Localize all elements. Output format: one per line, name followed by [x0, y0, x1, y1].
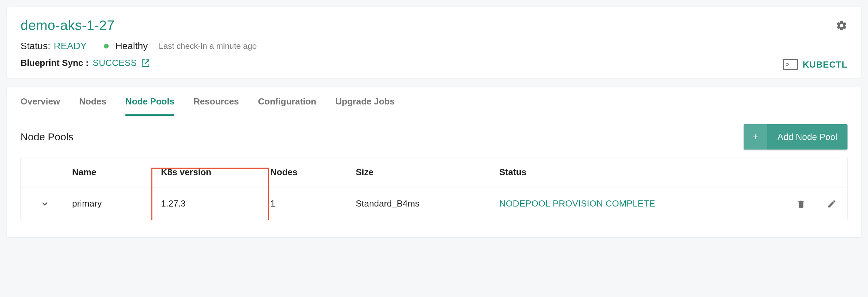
cell-size: Standard_B4ms — [352, 187, 496, 220]
blueprint-label: Blueprint Sync : — [21, 58, 89, 68]
highlight-box — [151, 168, 269, 220]
cell-nodes: 1 — [267, 187, 352, 220]
col-delete — [786, 163, 816, 182]
col-name: Name — [69, 157, 158, 187]
blueprint-row: Blueprint Sync : SUCCESS — [21, 58, 847, 68]
delete-row-button[interactable] — [786, 188, 816, 220]
cell-status: NODEPOOL PROVISION COMPLETE — [496, 187, 786, 220]
tab-overview[interactable]: Overview — [21, 96, 60, 116]
kubectl-button[interactable]: >_ KUBECTL — [783, 59, 847, 70]
tabs: Overview Nodes Node Pools Resources Conf… — [7, 87, 861, 116]
edit-row-button[interactable] — [816, 188, 847, 220]
table-wrap: Name K8s version Nodes Size Status prima… — [7, 157, 861, 220]
tab-node-pools[interactable]: Node Pools — [125, 96, 174, 116]
status-value: READY — [54, 41, 86, 52]
cell-name: primary — [69, 187, 158, 220]
col-nodes: Nodes — [267, 157, 352, 187]
last-checkin-text: Last check-in a minute ago — [159, 41, 257, 51]
tab-configuration[interactable]: Configuration — [258, 96, 316, 116]
table-row: primary 1.27.3 1 Standard_B4ms NODEPOOL … — [21, 187, 847, 220]
node-pool-table: Name K8s version Nodes Size Status prima… — [21, 157, 847, 220]
cell-k8s-version: 1.27.3 — [158, 187, 267, 220]
table-header-row: Name K8s version Nodes Size Status — [21, 157, 847, 187]
col-edit — [816, 163, 847, 182]
status-label: Status: — [21, 41, 50, 52]
cluster-header-card: demo-aks-1-27 Status: READY Healthy Last… — [7, 7, 861, 78]
tab-resources[interactable]: Resources — [193, 96, 239, 116]
plus-icon: + — [744, 124, 768, 150]
col-size: Size — [352, 157, 496, 187]
col-expander — [21, 163, 69, 182]
add-node-pool-label: Add Node Pool — [767, 125, 847, 149]
tab-nodes[interactable]: Nodes — [79, 96, 106, 116]
content-card: Overview Nodes Node Pools Resources Conf… — [7, 87, 861, 237]
section-title: Node Pools — [21, 131, 73, 143]
tab-upgrade-jobs[interactable]: Upgrade Jobs — [336, 96, 395, 116]
open-external-icon[interactable] — [141, 59, 150, 68]
settings-button[interactable] — [836, 20, 847, 31]
health-dot-icon — [104, 44, 109, 48]
health-text: Healthy — [116, 41, 148, 52]
kubectl-label: KUBECTL — [803, 59, 847, 70]
terminal-icon: >_ — [783, 59, 798, 70]
status-row: Status: READY Healthy Last check-in a mi… — [21, 41, 847, 52]
cluster-title: demo-aks-1-27 — [21, 18, 847, 33]
col-status: Status — [496, 157, 786, 187]
blueprint-value: SUCCESS — [93, 58, 137, 68]
add-node-pool-button[interactable]: + Add Node Pool — [744, 124, 847, 150]
section-header: Node Pools + Add Node Pool — [7, 116, 861, 157]
expand-row-button[interactable] — [21, 188, 69, 219]
